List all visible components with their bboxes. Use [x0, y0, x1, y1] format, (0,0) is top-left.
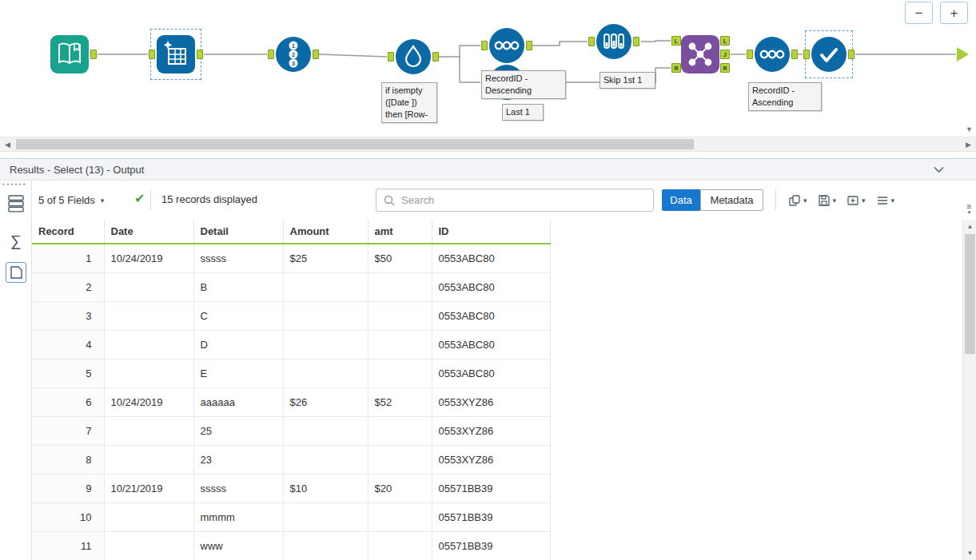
cell-amt[interactable]: [368, 416, 432, 445]
column-header-record[interactable]: Record: [32, 220, 104, 244]
cell-amt[interactable]: [368, 359, 432, 387]
input-anchor[interactable]: [268, 50, 274, 59]
join-out-join-anchor[interactable]: J: [720, 50, 730, 59]
cell-date[interactable]: [104, 359, 193, 387]
collapse-chevron-icon[interactable]: [934, 166, 944, 173]
tool-record-id[interactable]: 1 2 3: [276, 37, 311, 72]
apply-check-icon[interactable]: ✔: [134, 191, 145, 206]
column-header-amt[interactable]: amt: [368, 220, 432, 244]
cell-detail[interactable]: www: [193, 531, 283, 560]
cell-amt[interactable]: [368, 445, 432, 474]
summary-sigma-icon[interactable]: ∑: [6, 230, 26, 251]
cell-record[interactable]: 11: [32, 531, 104, 560]
cell-amt[interactable]: [368, 330, 432, 359]
cell-amount[interactable]: $26: [283, 387, 368, 416]
zoom-in-button[interactable]: +: [940, 2, 968, 24]
cell-amt[interactable]: [368, 502, 432, 531]
cell-amount[interactable]: [283, 445, 368, 474]
cell-record[interactable]: 1: [32, 244, 104, 272]
cell-detail[interactable]: sssss: [193, 244, 283, 272]
cell-id[interactable]: 0553XYZ86: [432, 445, 550, 474]
workflow-canvas[interactable]: 1 2 3: [0, 0, 976, 136]
input-anchor[interactable]: [747, 50, 753, 59]
cell-id[interactable]: 0553ABC80: [432, 301, 550, 330]
cell-record[interactable]: 5: [32, 359, 104, 387]
cell-detail[interactable]: mmmm: [193, 502, 283, 531]
metadata-tab-button[interactable]: Metadata: [700, 189, 763, 211]
grid-menu-button[interactable]: ▾: [876, 195, 895, 206]
cell-detail[interactable]: B: [193, 272, 283, 301]
output-anchor[interactable]: [313, 50, 319, 59]
cell-date[interactable]: [104, 272, 193, 301]
tool-sort-descending[interactable]: [489, 28, 524, 63]
cell-id[interactable]: 0553XYZ86: [432, 416, 550, 445]
cell-record[interactable]: 8: [32, 445, 104, 474]
cell-record[interactable]: 7: [32, 416, 104, 445]
cell-date[interactable]: [104, 445, 193, 474]
tool-prepare[interactable]: [157, 35, 195, 73]
cell-detail[interactable]: 23: [193, 445, 283, 474]
cell-date[interactable]: [104, 502, 193, 531]
cell-record[interactable]: 2: [32, 272, 104, 301]
output-anchor[interactable]: [791, 50, 798, 59]
cell-record[interactable]: 3: [32, 301, 104, 330]
output-anchor[interactable]: [526, 41, 532, 50]
cell-viewer-icon[interactable]: [6, 262, 26, 283]
cell-detail[interactable]: C: [193, 301, 283, 330]
output-anchor[interactable]: [848, 50, 854, 59]
join-left-anchor[interactable]: L: [671, 36, 681, 46]
cell-amount[interactable]: [283, 502, 368, 531]
cell-detail[interactable]: D: [193, 330, 283, 359]
cell-amount[interactable]: [283, 531, 368, 560]
cell-record[interactable]: 9: [32, 474, 104, 502]
output-anchor[interactable]: [432, 52, 439, 62]
annotation-sort-descending[interactable]: RecordID - Descending: [481, 70, 566, 99]
results-vertical-scrollbar[interactable]: ▲ ▼: [962, 220, 976, 560]
annotation-sample-last[interactable]: Last 1: [502, 104, 544, 121]
cell-id[interactable]: 05571BB39: [432, 474, 550, 502]
cell-date[interactable]: [104, 301, 193, 330]
tool-input-data[interactable]: [50, 35, 89, 73]
cell-amount[interactable]: $10: [283, 474, 368, 502]
cell-date[interactable]: [104, 531, 193, 560]
cell-detail[interactable]: E: [193, 359, 283, 387]
search-input[interactable]: [401, 194, 646, 206]
tool-sort-ascending[interactable]: [755, 37, 790, 72]
cell-detail[interactable]: sssss: [193, 474, 283, 502]
cell-detail[interactable]: 25: [193, 416, 283, 445]
cell-id[interactable]: 05571BB39: [432, 502, 550, 531]
cell-record[interactable]: 6: [32, 387, 104, 416]
input-anchor[interactable]: [481, 41, 488, 50]
zoom-out-button[interactable]: −: [905, 2, 933, 24]
cell-amt[interactable]: [368, 531, 432, 560]
grid-options-icon[interactable]: ≡ ▾: [963, 204, 975, 215]
cell-amt[interactable]: [368, 301, 432, 330]
cell-date[interactable]: 10/21/2019: [104, 474, 193, 502]
join-out-right-anchor[interactable]: R: [720, 63, 730, 73]
cell-amt[interactable]: $50: [368, 244, 432, 272]
tool-sample-skip[interactable]: [596, 24, 631, 59]
join-out-left-anchor[interactable]: L: [720, 36, 730, 46]
canvas-horizontal-scrollbar[interactable]: ◀ ▶: [0, 137, 976, 152]
join-right-input-anchor[interactable]: R: [671, 63, 681, 73]
copy-button[interactable]: ▾: [788, 194, 807, 207]
cell-record[interactable]: 4: [32, 330, 104, 359]
output-anchor[interactable]: [633, 37, 639, 46]
cell-amount[interactable]: [283, 301, 368, 330]
input-anchor[interactable]: [803, 50, 810, 59]
output-anchor[interactable]: [90, 50, 97, 59]
cell-amt[interactable]: [368, 272, 432, 301]
cell-id[interactable]: 0553ABC80: [432, 359, 550, 387]
input-anchor[interactable]: [388, 52, 394, 62]
scroll-up-icon[interactable]: ▲: [963, 220, 976, 233]
cell-amount[interactable]: $25: [283, 244, 368, 272]
cell-id[interactable]: 0553ABC80: [432, 272, 550, 301]
scroll-left-icon[interactable]: ◀: [0, 137, 15, 151]
cell-date[interactable]: 10/24/2019: [104, 387, 193, 416]
scroll-down-icon[interactable]: ▼: [966, 125, 973, 136]
cell-amount[interactable]: [283, 416, 368, 445]
tool-join[interactable]: L R L J R: [681, 35, 719, 73]
annotation-formula[interactable]: if isempty ([Date ]) then [Row-: [381, 82, 437, 123]
cell-id[interactable]: 0553ABC80: [432, 330, 550, 359]
column-header-detail[interactable]: Detail: [193, 220, 283, 244]
